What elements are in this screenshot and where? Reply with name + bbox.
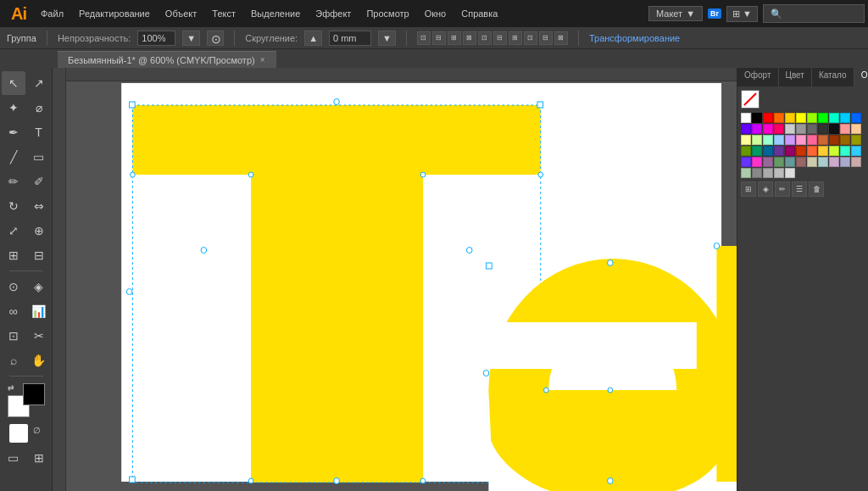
color-swatch-56[interactable] <box>752 168 762 178</box>
color-swatch-46[interactable] <box>763 157 773 167</box>
color-swatch-13[interactable] <box>763 124 773 134</box>
color-swatch-34[interactable] <box>752 146 762 156</box>
menu-view[interactable]: Просмотр <box>359 5 415 22</box>
paint-bucket-tool[interactable]: ◈ <box>27 275 51 299</box>
color-swatch-27[interactable] <box>796 135 806 145</box>
opacity-icon-btn[interactable]: ⊙ <box>207 31 224 46</box>
color-swatch-25[interactable] <box>774 135 784 145</box>
color-swatch-12[interactable] <box>752 124 762 134</box>
color-swatch-0[interactable] <box>741 113 751 123</box>
maket-button[interactable]: Макет ▼ <box>648 6 703 21</box>
color-swatch-28[interactable] <box>807 135 817 145</box>
align-right-btn[interactable]: ⊞ <box>448 31 461 45</box>
align-left-btn[interactable]: ⊡ <box>417 31 431 45</box>
panel-tab-catalog[interactable]: Катало <box>812 68 854 86</box>
pen-tool[interactable]: ✒ <box>2 120 25 144</box>
color-swatch-18[interactable] <box>818 124 828 134</box>
distribute-right-btn[interactable]: ⊠ <box>554 31 568 45</box>
color-swatch-39[interactable] <box>807 146 817 156</box>
color-swatch-38[interactable] <box>796 146 806 156</box>
color-swatch-52[interactable] <box>829 157 839 167</box>
lasso-tool[interactable]: ⌀ <box>27 96 51 120</box>
align-bottom-btn[interactable]: ⊟ <box>493 31 507 45</box>
menu-select[interactable]: Выделение <box>244 5 307 22</box>
color-swatch-7[interactable] <box>818 113 828 123</box>
color-swatch-30[interactable] <box>829 135 839 145</box>
color-swatch-53[interactable] <box>840 157 850 167</box>
opacity-menu-btn[interactable]: ▼ <box>182 31 200 46</box>
color-swatch-19[interactable] <box>829 124 839 134</box>
color-swatch-32[interactable] <box>851 135 861 145</box>
align-top-btn[interactable]: ⊠ <box>463 31 476 45</box>
select-tool[interactable]: ↖ <box>2 71 25 95</box>
foreground-color[interactable] <box>23 383 45 405</box>
rect-tool[interactable]: ▭ <box>27 145 51 169</box>
color-swatch-33[interactable] <box>741 146 751 156</box>
paintbrush-tool[interactable]: ✏ <box>2 170 25 193</box>
document-tab[interactable]: Безымянный-1* @ 600% (CMYK/Просмотр) × <box>58 51 276 68</box>
opacity-input[interactable] <box>137 31 175 46</box>
panel-new-group-btn[interactable]: ⊞ <box>741 181 756 197</box>
reflect-tool[interactable]: ⇔ <box>27 194 51 218</box>
color-swatch-55[interactable] <box>741 168 751 178</box>
color-swatch-50[interactable] <box>807 157 817 167</box>
color-swatch-37[interactable] <box>785 146 795 156</box>
color-swatch-3[interactable] <box>774 113 784 123</box>
color-swatch-41[interactable] <box>829 146 839 156</box>
color-swatch-6[interactable] <box>807 113 817 123</box>
rounding-down-btn[interactable]: ▼ <box>378 31 396 46</box>
distribute-h-btn[interactable]: ⊞ <box>509 31 522 45</box>
artboard-tool[interactable]: ⊡ <box>2 324 25 348</box>
panel-tab-ofort[interactable]: Офорт <box>737 68 779 86</box>
rotate-tool[interactable]: ↻ <box>2 194 25 218</box>
panel-edit-btn[interactable]: ✏ <box>775 181 790 197</box>
tab-close-btn[interactable]: × <box>260 55 265 64</box>
color-swatch-58[interactable] <box>774 168 784 178</box>
transform-link[interactable]: Трансформирование <box>589 33 680 43</box>
color-swatch-54[interactable] <box>851 157 861 167</box>
color-swatch-10[interactable] <box>851 113 861 123</box>
color-swatch-24[interactable] <box>763 135 773 145</box>
color-swatch-29[interactable] <box>818 135 828 145</box>
panel-new-color-btn[interactable]: ◈ <box>758 181 773 197</box>
fill-stroke-btn[interactable] <box>9 424 28 443</box>
align-mid-btn[interactable]: ⊡ <box>478 31 492 45</box>
color-swatch-31[interactable] <box>840 135 850 145</box>
color-swatch-40[interactable] <box>818 146 828 156</box>
free-distort-tool[interactable]: ⊟ <box>27 243 51 267</box>
graph-tool[interactable]: 📊 <box>27 299 51 323</box>
color-swatch-57[interactable] <box>763 168 773 178</box>
color-swatch-8[interactable] <box>829 113 839 123</box>
color-swatch-1[interactable] <box>752 113 762 123</box>
scale-tool[interactable]: ⤢ <box>2 219 25 243</box>
menu-edit[interactable]: Редактирование <box>72 5 157 22</box>
panel-tab-color[interactable]: Цвет <box>779 68 812 86</box>
rounding-up-btn[interactable]: ▲ <box>304 31 322 46</box>
eyedropper-tool[interactable]: ⊙ <box>2 275 25 299</box>
width-tool[interactable]: ⊞ <box>2 243 25 267</box>
color-swatch-49[interactable] <box>796 157 806 167</box>
line-tool[interactable]: ╱ <box>2 145 25 169</box>
color-swatch-2[interactable] <box>763 113 773 123</box>
color-swatch-11[interactable] <box>741 124 751 134</box>
color-swatch-17[interactable] <box>807 124 817 134</box>
color-swatch-26[interactable] <box>785 135 795 145</box>
color-swatch-5[interactable] <box>796 113 806 123</box>
grid-button[interactable]: ⊞ ▼ <box>726 6 758 22</box>
menu-text[interactable]: Текст <box>205 5 242 22</box>
align-center-btn[interactable]: ⊟ <box>432 31 446 45</box>
color-swatch-43[interactable] <box>851 146 861 156</box>
normal-view-btn[interactable]: ▭ <box>2 446 25 470</box>
color-swatch-59[interactable] <box>785 168 795 178</box>
blend-tool[interactable]: ∞ <box>2 299 25 323</box>
color-swatch-35[interactable] <box>763 146 773 156</box>
rounding-input[interactable] <box>329 31 371 46</box>
color-swatch-21[interactable] <box>851 124 861 134</box>
full-view-btn[interactable]: ⊞ <box>27 446 51 470</box>
direct-select-tool[interactable]: ↗ <box>27 71 51 95</box>
color-swatch-4[interactable] <box>785 113 795 123</box>
panel-menu-btn[interactable]: ☰ <box>792 181 807 197</box>
color-swatch-9[interactable] <box>840 113 850 123</box>
color-swatch-22[interactable] <box>741 135 751 145</box>
color-swatch-47[interactable] <box>774 157 784 167</box>
